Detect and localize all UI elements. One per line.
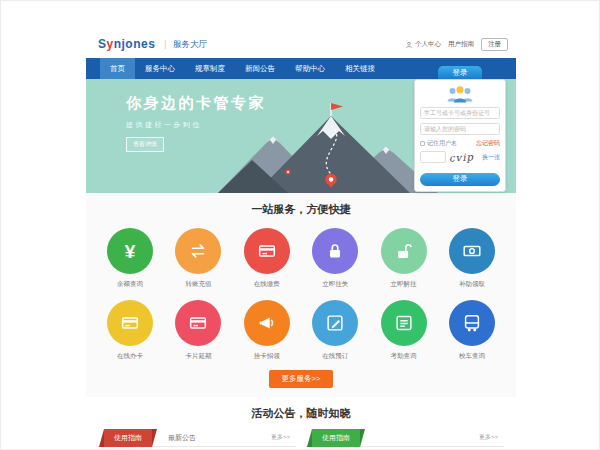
nav-item-home[interactable]: 首页: [100, 58, 135, 79]
personal-center-link[interactable]: 个人中心: [405, 40, 441, 49]
card-icon: [256, 240, 278, 262]
user-icon: [405, 41, 413, 49]
captcha-row: cvip 换一张: [420, 151, 500, 163]
card-icon: [187, 312, 209, 334]
tab-usage-guide-right[interactable]: 使用指南: [312, 429, 360, 447]
megaphone-icon: [256, 312, 278, 334]
banknote-icon: [461, 240, 483, 262]
announcement-column-right: 使用指南 更多>>: [306, 429, 504, 447]
service-item-transfer[interactable]: 转账充值: [170, 228, 226, 289]
more-services-button[interactable]: 更多服务>>: [269, 370, 334, 388]
mountain-illustration: [218, 98, 438, 193]
services-row-2: 在线办卡 卡片延期 拾卡招领 在线预订: [102, 300, 500, 361]
register-button[interactable]: 注册: [481, 38, 508, 51]
services-row-1: ¥ 余额查询 转账充值 在线缴费 立即挂失: [102, 228, 500, 289]
logo-part1: S: [98, 37, 107, 51]
unlock-icon: [393, 240, 415, 262]
login-submit-button[interactable]: 登录: [420, 173, 500, 186]
captcha-input[interactable]: [420, 151, 446, 163]
nav-item-links[interactable]: 相关链接: [335, 58, 385, 79]
service-item-attendance[interactable]: 考勤查询: [376, 300, 432, 361]
announcements-title: 活动公告，随时知晓: [86, 397, 516, 421]
service-item-unfreeze[interactable]: 立即解挂: [376, 228, 432, 289]
users-group-icon: [444, 84, 476, 104]
more-link-left[interactable]: 更多>>: [271, 433, 290, 442]
site-name: 服务大厅: [173, 39, 207, 51]
change-captcha-link[interactable]: 换一张: [482, 153, 500, 162]
top-header: Synjones | 服务大厅 个人中心 用户指南 注册: [86, 31, 516, 58]
login-card: 记住用户名 忘记密码 cvip 换一张 登录: [414, 79, 506, 192]
service-item-balance[interactable]: ¥ 余额查询: [102, 228, 158, 289]
more-link-right[interactable]: 更多>>: [479, 433, 498, 442]
nav-item-news[interactable]: 新闻公告: [235, 58, 285, 79]
service-item-card-extension[interactable]: 卡片延期: [170, 300, 226, 361]
service-item-subsidy[interactable]: 补助领取: [444, 228, 500, 289]
logo[interactable]: Synjones: [98, 37, 155, 51]
bus-icon: [461, 312, 483, 334]
captcha-image[interactable]: cvip: [449, 151, 475, 164]
header-right: 个人中心 用户指南 注册: [405, 38, 508, 51]
remember-checkbox[interactable]: [420, 141, 425, 146]
login-panel: 登录 记住用户名 忘记密码 cvip 换一张 登录: [414, 66, 506, 192]
username-input[interactable]: [420, 107, 500, 119]
tab-latest-news[interactable]: 最新公告: [168, 433, 196, 443]
site-container: Synjones | 服务大厅 个人中心 用户指南 注册 首页 服务中心 规章制…: [86, 31, 516, 447]
nav-item-regulations[interactable]: 规章制度: [185, 58, 235, 79]
nav-item-service-center[interactable]: 服务中心: [135, 58, 185, 79]
remember-row: 记住用户名 忘记密码: [420, 139, 500, 148]
personal-center-label: 个人中心: [415, 40, 441, 49]
logo-accent: y: [107, 37, 114, 51]
card-icon: [119, 312, 141, 334]
announcements-section: 活动公告，随时知晓 使用指南 最新公告 更多>> 使用指南 更多>>: [86, 397, 516, 447]
user-guide-label: 用户指南: [448, 40, 474, 49]
page-canvas: Synjones | 服务大厅 个人中心 用户指南 注册 首页 服务中心 规章制…: [0, 0, 600, 450]
logo-divider: |: [164, 39, 166, 49]
announcement-columns: 使用指南 最新公告 更多>> 使用指南 更多>>: [98, 429, 504, 447]
services-section: 一站服务，方便快捷 ¥ 余额查询 转账充值 在线缴费: [86, 193, 516, 397]
service-item-report-loss[interactable]: 立即挂失: [307, 228, 363, 289]
logo-part2: njones: [114, 37, 156, 51]
service-item-booking[interactable]: 在线预订: [307, 300, 363, 361]
announcement-column-left: 使用指南 最新公告 更多>>: [98, 429, 296, 447]
transfer-icon: [187, 240, 209, 262]
service-item-lost-found[interactable]: 拾卡招领: [239, 300, 295, 361]
services-title: 一站服务，方便快捷: [86, 193, 516, 217]
lock-icon: [324, 240, 346, 262]
service-item-school-bus[interactable]: 校车查询: [444, 300, 500, 361]
remember-label: 记住用户名: [427, 139, 457, 148]
user-guide-link[interactable]: 用户指南: [448, 40, 474, 49]
login-tab[interactable]: 登录: [438, 66, 482, 79]
service-item-apply-card[interactable]: 在线办卡: [102, 300, 158, 361]
password-input[interactable]: [420, 123, 500, 135]
service-item-pay[interactable]: 在线缴费: [239, 228, 295, 289]
tab-usage-guide-left[interactable]: 使用指南: [104, 429, 152, 447]
yen-icon: ¥: [125, 242, 136, 261]
list-icon: [393, 312, 415, 334]
hero-cta-button[interactable]: 查看详情: [126, 137, 164, 152]
forgot-password-link[interactable]: 忘记密码: [476, 139, 500, 148]
edit-icon: [324, 312, 346, 334]
nav-item-help-center[interactable]: 帮助中心: [285, 58, 335, 79]
